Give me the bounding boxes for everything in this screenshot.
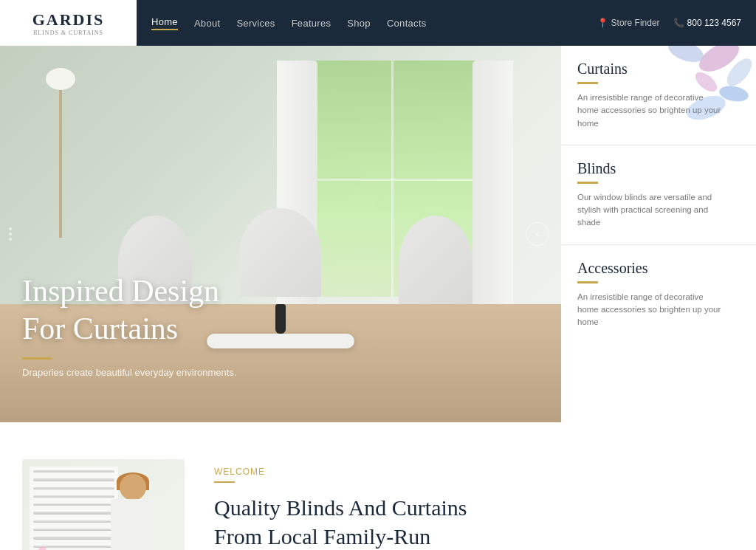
lower-title-line1: Quality Blinds And Curtains: [214, 495, 467, 520]
sidebar-curtains-title: Curtains: [577, 61, 740, 78]
lower-section: 🌸 🌺 Welcome Quality Blinds And Curtains …: [0, 422, 756, 550]
shutter-slat: [33, 478, 114, 481]
sidebar-blinds-text: Our window blinds are versatile and styl…: [577, 191, 725, 230]
sidebar-accessories[interactable]: Accessories An irresistible range of dec…: [561, 245, 756, 344]
lower-title: Quality Blinds And Curtains From Local F…: [214, 493, 734, 550]
chair-center: [240, 208, 321, 297]
hero-subtitle: Draperies create beautiful everyday envi…: [22, 367, 236, 378]
person-head: [120, 474, 146, 501]
scroll-dot: [9, 238, 12, 241]
slide-prev-button[interactable]: ‹: [526, 222, 549, 246]
lamp-stand: [59, 90, 62, 238]
nav-right: 📍 Store Finder 📞 800 123 4567: [597, 18, 756, 28]
hero-divider: [22, 357, 52, 360]
phone-label: 800 123 4567: [687, 18, 741, 28]
hero-image-area: ‹ Inspired DesignFor Curtains Draperies …: [0, 46, 561, 422]
nav-about[interactable]: About: [194, 18, 220, 29]
store-finder[interactable]: 📍 Store Finder: [597, 18, 660, 28]
chair-right: [399, 216, 472, 312]
brand-tagline: Blinds & Curtains: [32, 30, 105, 36]
location-icon: 📍: [597, 18, 608, 28]
nav-contacts[interactable]: Contacts: [387, 18, 427, 29]
shutter-slat: [33, 470, 114, 472]
welcome-divider: [214, 481, 235, 483]
lower-flowers: 🌸 🌺: [33, 546, 52, 550]
hero-section: ‹ Inspired DesignFor Curtains Draperies …: [0, 46, 756, 422]
person-body: [111, 499, 155, 550]
lower-title-line2: From Local Family-Run: [214, 524, 430, 549]
scroll-indicator: [9, 227, 12, 241]
hero-text-overlay: Inspired DesignFor Curtains Draperies cr…: [22, 272, 236, 378]
phone-number: 📞 800 123 4567: [673, 18, 741, 28]
lower-text: Welcome Quality Blinds And Curtains From…: [214, 459, 734, 550]
sidebar-accessories-divider: [577, 281, 598, 283]
sidebar-blinds-divider: [577, 182, 598, 184]
shutter-slat: [33, 512, 114, 514]
sidebar-curtains-divider: [577, 82, 598, 84]
welcome-label: Welcome: [214, 467, 734, 477]
shutter-slat: [33, 503, 114, 506]
phone-icon: 📞: [673, 18, 684, 28]
nav-services[interactable]: Services: [236, 18, 275, 29]
shutter-slat: [33, 520, 114, 523]
hero-sidebar: Curtains An irresistible range of decora…: [561, 46, 756, 422]
scroll-dot: [9, 227, 12, 230]
nav-shop[interactable]: Shop: [347, 18, 371, 29]
logo-area: GARDIS Blinds & Curtains: [0, 0, 137, 46]
scroll-dot: [9, 233, 12, 236]
sidebar-blinds-title: Blinds: [577, 160, 740, 177]
person-figure: [103, 474, 162, 550]
sidebar-blinds[interactable]: Blinds Our window blinds are versatile a…: [561, 145, 756, 245]
flower-1: 🌸: [33, 546, 52, 550]
brand-name: GARDIS: [32, 10, 105, 30]
nav-links: Home About Services Features Shop Contac…: [137, 16, 597, 30]
shutter-slat: [33, 495, 114, 498]
sidebar-accessories-text: An irresistible range of decorative home…: [577, 291, 725, 329]
logo: GARDIS Blinds & Curtains: [32, 10, 105, 36]
nav-home[interactable]: Home: [151, 16, 178, 30]
shutter-slat: [33, 537, 114, 539]
shutter-slat: [33, 529, 114, 531]
navbar: GARDIS Blinds & Curtains Home About Serv…: [0, 0, 756, 46]
lamp-shade: [46, 68, 75, 90]
sidebar-accessories-title: Accessories: [577, 260, 740, 277]
lower-image: 🌸 🌺: [22, 459, 185, 550]
nav-features[interactable]: Features: [292, 18, 331, 29]
sidebar-curtains[interactable]: Curtains An irresistible range of decora…: [561, 46, 756, 145]
sidebar-curtains-text: An irresistible range of decorative home…: [577, 92, 725, 130]
shutter-slat: [33, 487, 114, 489]
curtain-right: [472, 61, 513, 312]
hero-title: Inspired DesignFor Curtains: [22, 272, 236, 347]
vase: [275, 304, 286, 334]
scroll-dots: [9, 227, 12, 241]
store-finder-label: Store Finder: [611, 18, 660, 28]
